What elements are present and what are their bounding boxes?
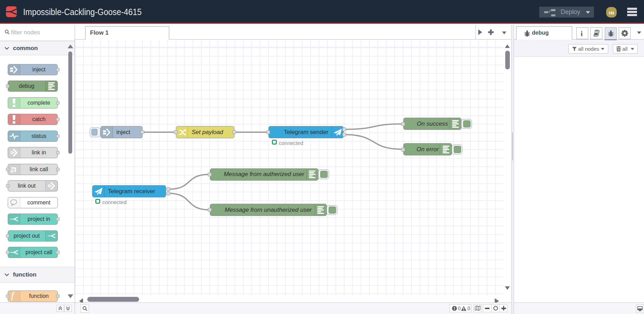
- svg-text:i: i: [581, 30, 583, 37]
- svg-text:f: f: [12, 291, 15, 301]
